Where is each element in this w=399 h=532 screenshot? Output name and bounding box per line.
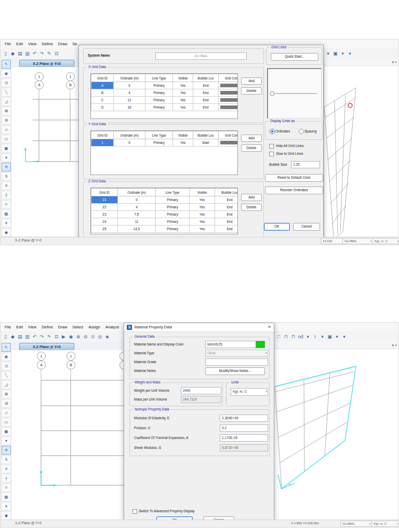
more-draw-tools-icon[interactable]: ▾: [2, 436, 11, 445]
table-cell[interactable]: Z4: [91, 218, 118, 225]
undo-icon[interactable]: ↶: [31, 50, 38, 58]
draw-brace-icon[interactable]: ⊠: [2, 107, 11, 115]
table-cell[interactable]: 4: [114, 89, 145, 97]
3d-view-panel[interactable]: ▾ ×: [273, 342, 399, 520]
grid-color-swatch[interactable]: [219, 97, 238, 104]
status-grid-dropdown[interactable]: GLOBAL▾: [340, 521, 373, 527]
table-cell[interactable]: C: [91, 97, 114, 104]
material-color-swatch[interactable]: [256, 341, 265, 348]
table-cell[interactable]: Primary: [156, 218, 190, 225]
menu-item-edit[interactable]: Edit: [15, 42, 27, 46]
grid-color-swatch[interactable]: [219, 139, 238, 147]
run-all-icon[interactable]: ◉: [68, 333, 74, 341]
table-cell[interactable]: 16: [114, 104, 145, 111]
table-cell[interactable]: A: [91, 82, 114, 89]
model-canvas[interactable]: 1 A 1 B: [12, 350, 124, 520]
redo-icon[interactable]: ↷: [38, 50, 45, 58]
panel-close-icon[interactable]: ×: [395, 343, 397, 347]
run-analysis-icon[interactable]: ▶: [60, 333, 67, 341]
table-cell[interactable]: Yes: [173, 89, 193, 97]
y-add-button[interactable]: Add: [241, 135, 262, 142]
lock-model-icon[interactable]: ⊡: [53, 50, 60, 58]
table-cell[interactable]: 0: [114, 82, 145, 89]
status-units-dropdown[interactable]: Kgf, m, C▾: [371, 521, 399, 527]
table-cell[interactable]: B: [91, 89, 114, 97]
open-file-icon[interactable]: ◆: [9, 333, 16, 341]
snap-midpoints-icon[interactable]: ┼: [2, 474, 11, 483]
table-cell[interactable]: Yes: [190, 204, 215, 211]
portal-frame-icon[interactable]: ⊓: [283, 333, 289, 341]
menu-item-view[interactable]: View: [27, 42, 41, 46]
snap-intersections-icon[interactable]: ✕: [2, 464, 11, 473]
snap-intersections-icon[interactable]: ✕: [2, 181, 11, 190]
table-cell[interactable]: Primary: [145, 97, 173, 104]
snap-fine-grid-icon[interactable]: ▦: [2, 493, 11, 501]
dropdown-icon[interactable]: ▾: [319, 333, 326, 341]
menu-item-file[interactable]: File: [4, 42, 15, 46]
extra-tool-icon[interactable]: ◆: [2, 228, 11, 237]
zoom-out-icon[interactable]: ⊖: [82, 333, 89, 341]
zoom-previous-icon[interactable]: ⊙: [89, 333, 96, 341]
new-model-icon[interactable]: ▯: [2, 333, 9, 341]
table-cell[interactable]: 0: [118, 196, 156, 204]
quick-area-icon[interactable]: ▣: [2, 144, 11, 153]
reset-color-button[interactable]: Reset to Default Color: [265, 174, 323, 182]
table-cell[interactable]: End: [215, 218, 238, 225]
snap-grid-icon[interactable]: ✛: [2, 163, 11, 171]
menu-item-select[interactable]: Select: [71, 325, 87, 329]
close-icon[interactable]: ×: [268, 324, 271, 329]
nd-display-icon[interactable]: nd: [297, 333, 304, 341]
redo-icon[interactable]: ↷: [38, 333, 45, 341]
status-units-dropdown[interactable]: Kgf, m, C▾: [373, 238, 399, 244]
status-grid-dropdown[interactable]: GLOBAL▾: [342, 238, 374, 244]
snap-ends-icon[interactable]: ↯: [2, 455, 11, 464]
dropdown-icon[interactable]: ▾: [334, 333, 340, 341]
system-name-input[interactable]: GLOBAL: [155, 52, 247, 60]
table-cell[interactable]: End: [215, 225, 238, 233]
more-snap-tools-icon[interactable]: ▾: [2, 502, 11, 511]
tab-xz-plane[interactable]: X-Z Plane @ Y=0: [19, 60, 74, 67]
table-cell[interactable]: Primary: [156, 225, 190, 233]
more-draw-tools-icon[interactable]: ▾: [2, 153, 11, 162]
menu-item-draw[interactable]: Draw: [57, 325, 72, 329]
display-options-icon[interactable]: ▣: [326, 333, 333, 341]
menu-item-view[interactable]: View: [27, 325, 41, 329]
quick-brace-icon[interactable]: ⊞: [2, 116, 11, 125]
units-dropdown[interactable]: Kgf, m, C▾: [231, 388, 268, 396]
table-cell[interactable]: Z3: [91, 211, 118, 218]
snap-lines-edges-icon[interactable]: ≡: [2, 200, 11, 209]
x-add-button[interactable]: Add: [241, 77, 262, 85]
menu-item-draw[interactable]: Draw: [57, 42, 72, 46]
draw-mode-icon[interactable]: ✎: [46, 333, 52, 341]
new-model-icon[interactable]: ▯: [2, 50, 9, 58]
modify-show-notes-button[interactable]: Modify/Show Notes...: [205, 367, 265, 375]
quick-area-icon[interactable]: ▣: [2, 427, 11, 436]
3d-view-panel[interactable]: ▾ ×: [324, 59, 399, 236]
grid-color-swatch[interactable]: [219, 82, 238, 89]
table-cell[interactable]: Z1: [91, 196, 118, 204]
menu-item-file[interactable]: File: [4, 325, 15, 329]
more-snap-tools-icon[interactable]: ▾: [2, 219, 11, 228]
table-cell[interactable]: Primary: [156, 204, 190, 211]
draw-rect-area-icon[interactable]: ▭: [2, 135, 11, 143]
material-type-dropdown[interactable]: Other▾: [205, 350, 268, 357]
draw-frame-icon[interactable]: ╲: [2, 88, 11, 97]
table-cell[interactable]: End: [193, 82, 219, 89]
save-icon[interactable]: ▤: [17, 333, 23, 341]
table-cell[interactable]: Primary: [145, 104, 173, 111]
table-cell[interactable]: Start: [193, 139, 219, 147]
ordinates-radio[interactable]: [270, 129, 275, 134]
snap-midpoints-icon[interactable]: ┼: [2, 191, 11, 200]
table-cell[interactable]: Yes: [173, 82, 193, 89]
save-icon[interactable]: ▤: [17, 50, 23, 58]
draw-poly-area-icon[interactable]: ▱: [2, 408, 11, 417]
quick-brace-icon[interactable]: ⊞: [2, 399, 11, 408]
table-cell[interactable]: D: [91, 104, 114, 111]
menu-item-edit[interactable]: Edit: [15, 325, 27, 329]
draw-frame-icon[interactable]: ╲: [2, 371, 11, 380]
table-cell[interactable]: 11: [118, 218, 156, 225]
table-cell[interactable]: 1: [91, 139, 114, 147]
table-cell[interactable]: Yes: [190, 225, 215, 233]
glue-checkbox[interactable]: [269, 152, 274, 156]
x-delete-button[interactable]: Delete: [241, 87, 262, 95]
